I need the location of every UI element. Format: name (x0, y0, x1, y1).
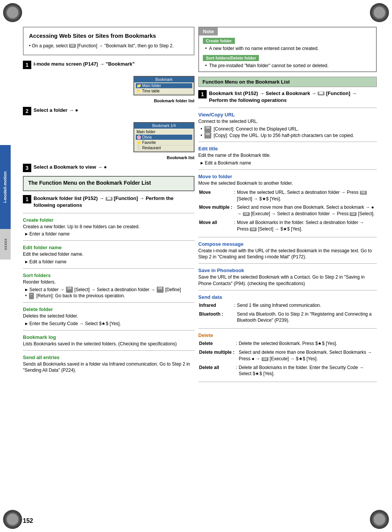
screen-list-row-main: Main folder (136, 129, 192, 135)
note-sort-delete-label: Sort folders/Delete folder (203, 55, 259, 61)
screen-list-header: Bookmark 1/4 (134, 123, 194, 129)
delete-item-label: Delete (199, 340, 235, 348)
view-copy-url-label: View/Copy URL (198, 112, 377, 118)
move-table: Move : Move the selected URL. Select a d… (198, 188, 377, 234)
side-tab-label: i-mode/i-motion (3, 171, 8, 203)
function-icon: ⌨ (69, 44, 76, 48)
exec-icon: ⌨ (262, 357, 268, 361)
right-divider-4 (198, 237, 377, 237)
bluetooth-colon (234, 310, 236, 325)
step2-text: Select a folder → ● (34, 107, 194, 114)
delete-label: Delete (198, 332, 377, 338)
corner-top-right (370, 3, 389, 22)
right-divider-3 (198, 169, 377, 170)
step3-num: 3 (23, 164, 31, 172)
note-create-folder-label: Create folder (203, 38, 372, 45)
delete-multiple-label: Delete multiple : (199, 348, 235, 363)
page-number: 152 (23, 517, 33, 524)
delete-folder-desc: Deletes the selected folder. (23, 313, 194, 319)
divider-2 (23, 240, 194, 241)
bookmark-log-desc: Lists Bookmarks saved in the selected fo… (23, 341, 194, 347)
create-folder-desc: Creates a new folder. Up to 8 new folder… (23, 224, 194, 230)
step3: 3 Select a Bookmark to view → ● (23, 164, 194, 172)
step1-content: i-mode menu screen (P147) → "Bookmark" (34, 61, 194, 68)
edit-title-arrow: Edit a Bookmark name (201, 160, 377, 166)
send-data-table: Infrared : Send 1 file using Infrared co… (198, 301, 377, 325)
side-tab-x-label: xxxxx (3, 239, 8, 250)
screen-header: Bookmark (134, 77, 194, 82)
bluetooth-label: Bluetooth : (199, 310, 233, 325)
screen-list-body: Main folder 🌸 Olivia ⭐ Favorite 🍴 Restau… (134, 129, 194, 152)
step2: 2 Select a folder → ● (23, 107, 194, 115)
select-icon2: ⌨ (350, 212, 357, 216)
return-icon: ↩ (29, 293, 34, 299)
delete-all-colon: : (236, 364, 238, 378)
delete-item-value: Delete the selected Bookmark. Press $★$ … (239, 340, 376, 348)
select-icon3: ⌨ (250, 227, 257, 231)
infrared-label: Infrared (199, 301, 233, 310)
execute-icon: ⌨ (243, 212, 250, 216)
move-multiple-colon (234, 203, 236, 218)
bluetooth-row: Bluetooth : Send via Bluetooth. Go to St… (199, 310, 376, 325)
step2-num: 2 (23, 107, 31, 115)
send-data-label: Send data (198, 294, 377, 300)
view-copy-url-desc: Connect to the selected URL. (198, 118, 377, 125)
sort-folders-bullet: ↩ [Return]: Go back to the previous oper… (25, 293, 194, 299)
delete-all-label: Delete all (199, 364, 235, 378)
note-sort-delete: Sort folders/Delete folder (203, 55, 372, 63)
accessing-intro: • On a page, select ⌨ [Function] → "Book… (29, 43, 188, 49)
right-divider-6 (198, 290, 377, 290)
divider-1 (23, 213, 194, 213)
delete-multiple-value: Select and delete more than one Bookmark… (239, 348, 376, 363)
corner-top-left (3, 3, 22, 22)
delete-all-value: Delete all Bookmarks in the folder. Ente… (239, 364, 376, 378)
bluetooth-value: Send via Bluetooth. Go to Step 2 in "Reg… (237, 310, 376, 325)
bookmark-folder-screen: Bookmark 📁 Main folder 📁 Time table (133, 76, 194, 95)
connect-icon: ⌨ (204, 126, 211, 132)
side-tab-x: xxxxx (0, 229, 11, 260)
send-all-entries-desc: Sends all Bookmarks saved in a folder vi… (23, 361, 194, 374)
right-divider-5 (198, 263, 377, 264)
func-menu-folder-title: The Function Menu on the Bookmark Folder… (28, 180, 189, 186)
edit-folder-name-desc: Edit the selected folder name. (23, 251, 194, 258)
right-func-step1-content: Bookmark list (P152) → Select a Bookmark… (209, 90, 377, 104)
divider-6 (23, 350, 194, 351)
step3-content: Select a Bookmark to view → ● (34, 164, 194, 171)
move-multiple-row: Move multiple : Select and move more tha… (199, 203, 376, 218)
move-to-folder-desc: Move the selected Bookmark to another fo… (198, 180, 377, 187)
edit-folder-name-label: Edit folder name (23, 245, 194, 250)
send-all-entries-label: Send all entries (23, 355, 194, 360)
screen-list-row-rest: 🍴 Restaurant (136, 145, 192, 151)
divider-4 (23, 302, 194, 303)
move-multiple-label: Move multiple : (199, 203, 233, 218)
screen-list-row-olivia: 🌸 Olivia (136, 135, 192, 140)
sort-folders-desc: Reorder folders. (23, 279, 194, 285)
bookmark-folder-caption: Bookmark folder list (133, 98, 194, 103)
func-menu-list-title-bar: Function Menu on the Bookmark List (198, 77, 377, 87)
step1-text: i-mode menu screen (P147) → "Bookmark" (34, 61, 194, 68)
left-content: Accessing Web Sites or Sites from Bookma… (23, 27, 194, 375)
compose-message-desc: Create i-mode mail with the URL of the s… (198, 248, 377, 261)
func-step1-num: 1 (23, 195, 31, 203)
delete-multiple-row: Delete multiple : Select and delete more… (199, 348, 376, 363)
corner-bottom-left (3, 510, 22, 529)
move-all-colon: : (234, 219, 236, 233)
function-btn-icon: ⌨ (106, 197, 112, 201)
func-step1-text: Bookmark folder list (P152) → ⌨ [Functio… (34, 195, 194, 209)
move-all-label: Move all (199, 219, 233, 233)
note-create-text: A new folder with no name entered cannot… (205, 45, 372, 52)
move-row: Move : Move the selected URL. Select a d… (199, 189, 376, 203)
move-value: Move the selected URL. Select a destinat… (237, 189, 376, 203)
right-content: Note Create folder A new folder with no … (198, 27, 377, 385)
select-icon: ⌨ (360, 191, 367, 195)
infrared-value: Send 1 file using Infrared communication… (237, 301, 376, 310)
divider-5 (23, 330, 194, 330)
screen-list-row-fav: ⭐ Favorite (136, 140, 192, 145)
sort-folders-arrow: Select a folder → ⌨ [Select] → Select a … (25, 287, 194, 293)
note-create-label: Create folder (203, 38, 235, 44)
move-colon: : (234, 189, 236, 203)
bookmark-list-caption: Bookmark list (133, 155, 194, 160)
move-to-folder-label: Move to folder (198, 174, 377, 179)
corner-bottom-right (370, 510, 389, 529)
screen-row-main: 📁 Main folder (136, 83, 192, 89)
